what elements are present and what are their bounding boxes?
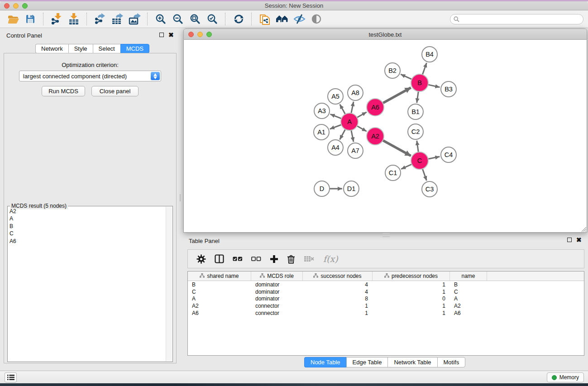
float-panel-icon[interactable] [567, 238, 572, 242]
graph-edge-B-B4[interactable] [422, 63, 426, 75]
graph-edge-A-A5[interactable] [340, 104, 346, 114]
graph-node-A5[interactable]: A5 [328, 89, 343, 104]
result-item[interactable]: A2 [10, 208, 165, 215]
table-cell[interactable]: 1 [303, 303, 373, 309]
graph-edge-A2-C[interactable] [382, 140, 411, 156]
tab-mcds[interactable]: MCDS [120, 44, 149, 53]
graph-edge-A-A8[interactable] [351, 102, 354, 114]
graph-node-A3[interactable]: A3 [314, 103, 330, 119]
column-header-name[interactable]: name [450, 272, 487, 281]
graph-edge-A-A6[interactable] [357, 112, 367, 118]
graph-node-B3[interactable]: B3 [441, 81, 456, 97]
graph-node-B1[interactable]: B1 [408, 104, 423, 119]
column-header-shared-name[interactable]: shared name [188, 272, 251, 281]
open-session-button[interactable] [5, 11, 22, 27]
delete-table-button[interactable] [304, 255, 315, 262]
graph-edge-A-A1[interactable] [330, 124, 342, 129]
table-settings-button[interactable] [196, 254, 206, 264]
table-cell[interactable]: 1 [373, 289, 450, 295]
result-scrollbar[interactable] [166, 207, 172, 361]
graph-edge-C-C1[interactable] [401, 164, 412, 169]
graph-node-C[interactable]: C [411, 152, 428, 169]
table-cell[interactable]: 4 [303, 281, 373, 288]
table-cell[interactable]: A2 [188, 303, 251, 309]
table-cell[interactable]: dominator [251, 295, 303, 302]
table-cell[interactable]: dominator [251, 289, 303, 295]
deselect-all-button[interactable] [251, 256, 261, 262]
zoom-selected-button[interactable] [204, 11, 221, 27]
table-cell[interactable]: connector [251, 303, 303, 309]
run-mcds-button[interactable]: Run MCDS [42, 86, 85, 96]
import-network-button[interactable] [48, 11, 65, 27]
first-neighbors-button[interactable] [273, 11, 291, 27]
zoom-fit-button[interactable] [186, 11, 204, 27]
tab-edge-table[interactable]: Edge Table [346, 357, 388, 367]
graph-edge-B-B2[interactable] [401, 74, 412, 79]
table-cell[interactable]: C [450, 289, 487, 295]
graph-node-A8[interactable]: A8 [348, 85, 363, 100]
export-network-button[interactable] [91, 11, 109, 27]
hide-selected-button[interactable] [291, 11, 308, 27]
table-cell[interactable]: 4 [303, 289, 373, 295]
import-table-button[interactable] [65, 11, 82, 27]
table-cell[interactable]: 8 [303, 295, 373, 302]
zoom-in-button[interactable] [152, 11, 169, 27]
tab-node-table[interactable]: Node Table [304, 357, 346, 367]
table-row[interactable]: A2connector11A2 [188, 302, 584, 310]
table-cell[interactable]: B [450, 281, 487, 288]
splitter-handle-horizontal[interactable] [382, 233, 390, 237]
export-image-button[interactable] [126, 11, 143, 27]
graph-edge-A-A4[interactable] [340, 129, 346, 140]
tab-motifs[interactable]: Motifs [437, 357, 466, 367]
network-canvas[interactable]: B4B2BB3A8A5A6A3B1AA1C2A2A4A7C4CC1C3DD1 [183, 40, 587, 233]
show-all-button[interactable] [308, 11, 325, 27]
table-cell[interactable]: B [188, 281, 251, 288]
graph-node-C2[interactable]: C2 [408, 124, 423, 139]
delete-row-button[interactable] [287, 254, 295, 264]
graph-node-A[interactable]: A [341, 113, 358, 130]
network-window-titlebar[interactable]: testGlobe.txt [183, 29, 587, 40]
graph-node-A1[interactable]: A1 [314, 124, 329, 140]
graph-node-A6[interactable]: A6 [367, 99, 384, 116]
table-cell[interactable]: A2 [450, 303, 487, 309]
graph-edge-C-C3[interactable] [422, 168, 426, 181]
close-panel-icon[interactable]: ✖ [168, 33, 174, 37]
tab-style[interactable]: Style [68, 44, 93, 53]
table-cell[interactable]: dominator [251, 281, 303, 288]
select-all-button[interactable] [233, 256, 243, 262]
table-row[interactable]: Adominator80A [188, 295, 584, 303]
task-history-button[interactable] [5, 372, 17, 382]
table-row[interactable]: Bdominator41B [188, 281, 584, 288]
tab-network-table[interactable]: Network Table [387, 357, 437, 367]
graph-edge-A-A7[interactable] [351, 130, 354, 142]
graph-node-A7[interactable]: A7 [348, 143, 363, 158]
show-columns-button[interactable] [215, 254, 224, 263]
graph-node-A4[interactable]: A4 [328, 140, 343, 155]
table-cell[interactable]: A6 [188, 310, 251, 316]
graph-node-A2[interactable]: A2 [367, 128, 384, 145]
table-cell[interactable]: A6 [450, 310, 487, 316]
resize-grip-icon[interactable] [580, 226, 587, 232]
graph-node-D1[interactable]: D1 [344, 181, 359, 196]
search-input[interactable] [462, 15, 580, 24]
tab-select[interactable]: Select [93, 44, 120, 53]
column-header-successor-nodes[interactable]: successor nodes [303, 272, 373, 281]
optimization-criterion-select[interactable]: largest connected component (directed) [19, 71, 161, 81]
table-cell[interactable]: connector [251, 310, 303, 316]
float-panel-icon[interactable] [159, 33, 164, 37]
graph-node-B4[interactable]: B4 [422, 47, 437, 62]
graph-node-C1[interactable]: C1 [385, 165, 401, 181]
graph-edge-A-A2[interactable] [357, 126, 367, 131]
table-cell[interactable]: 1 [373, 281, 450, 288]
close-panel-button[interactable]: Close panel [91, 86, 139, 96]
table-cell[interactable]: 1 [303, 310, 373, 316]
export-table-button[interactable] [109, 11, 126, 27]
graph-node-B2[interactable]: B2 [385, 63, 400, 78]
close-panel-icon[interactable]: ✖ [576, 238, 582, 242]
graph-edge-A-A3[interactable] [330, 114, 342, 119]
zoom-out-button[interactable] [169, 11, 186, 27]
graph-edge-B-B3[interactable] [428, 85, 440, 87]
table-cell[interactable]: A [188, 295, 251, 302]
table-cell[interactable]: C [188, 289, 251, 295]
function-builder-button[interactable]: f(x) [323, 254, 338, 264]
